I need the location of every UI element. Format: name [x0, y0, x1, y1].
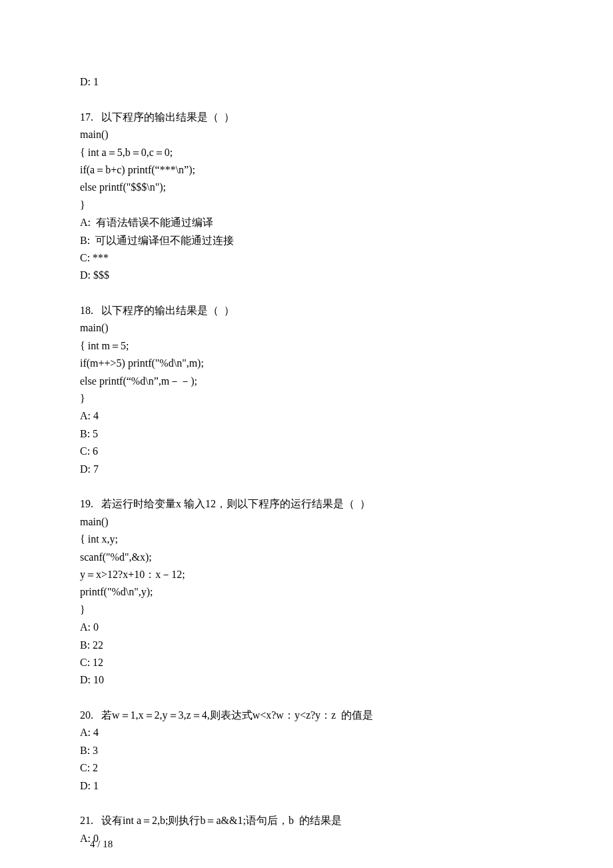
text-line: C: *** — [80, 249, 533, 267]
text-line: A: 有语法错误不能通过编译 — [80, 214, 533, 231]
text-line: } — [80, 601, 533, 619]
text-line: D: 7 — [80, 461, 533, 478]
text-line: C: 6 — [80, 443, 533, 460]
text-line: A: 4 — [80, 407, 533, 425]
text-line: { int x,y; — [80, 531, 533, 548]
text-line: 19. 若运行时给变量x 输入12，则以下程序的运行结果是（ ） — [80, 495, 533, 513]
page-footer: 4 / 18 — [90, 836, 113, 853]
text-line: scanf("%d",&x); — [80, 549, 533, 566]
text-line: D: 1 — [80, 777, 533, 795]
text-line: A: 0 — [80, 619, 533, 636]
text-line: B: 22 — [80, 637, 533, 654]
text-line: { int a＝5,b＝0,c＝0; — [80, 144, 533, 161]
document-page: D: 117. 以下程序的输出结果是（ ）main(){ int a＝5,b＝0… — [0, 0, 613, 868]
text-line: 20. 若w＝1,x＝2,y＝3,z＝4,则表达式w<x?w：y<z?y：z 的… — [80, 707, 533, 724]
document-body: D: 117. 以下程序的输出结果是（ ）main(){ int a＝5,b＝0… — [80, 73, 533, 847]
text-line: main() — [80, 319, 533, 337]
text-line: 21. 设有int a＝2,b;则执行b＝a&&1;语句后，b 的结果是 — [80, 812, 533, 829]
text-line: else printf(“%d\n”,m－－); — [80, 373, 533, 390]
text-line: C: 2 — [80, 759, 533, 777]
text-line: 18. 以下程序的输出结果是（ ） — [80, 302, 533, 319]
text-line: C: 12 — [80, 654, 533, 671]
blank-line — [80, 478, 533, 495]
text-line: D: 1 — [80, 73, 533, 91]
text-line: else printf("$$$\n"); — [80, 179, 533, 196]
text-line: printf("%d\n",y); — [80, 583, 533, 601]
text-line: { int m＝5; — [80, 337, 533, 355]
text-line: A: 0 — [80, 830, 533, 847]
text-line: y＝x>12?x+10：x－12; — [80, 566, 533, 583]
text-line: B: 5 — [80, 425, 533, 443]
text-line: } — [80, 197, 533, 214]
text-line: A: 4 — [80, 724, 533, 741]
text-line: if(m++>5) printf("%d\n",m); — [80, 355, 533, 372]
blank-line — [80, 285, 533, 302]
page-number: 4 / 18 — [90, 839, 113, 849]
blank-line — [80, 91, 533, 108]
text-line: B: 3 — [80, 742, 533, 759]
text-line: D: $$$ — [80, 267, 533, 284]
blank-line — [80, 689, 533, 707]
blank-line — [80, 795, 533, 812]
text-line: D: 10 — [80, 671, 533, 689]
text-line: main() — [80, 126, 533, 143]
text-line: B: 可以通过编译但不能通过连接 — [80, 232, 533, 249]
text-line: if(a＝b+c) printf(“***\n”); — [80, 161, 533, 179]
text-line: } — [80, 390, 533, 407]
text-line: 17. 以下程序的输出结果是（ ） — [80, 109, 533, 126]
text-line: main() — [80, 513, 533, 531]
